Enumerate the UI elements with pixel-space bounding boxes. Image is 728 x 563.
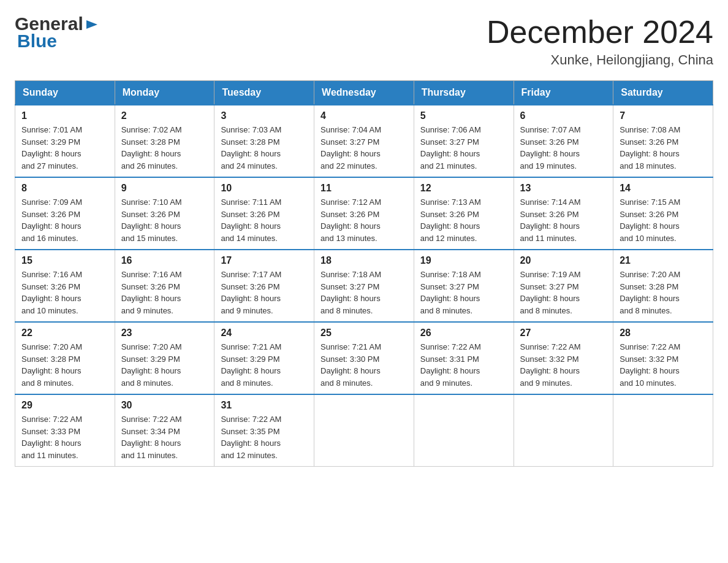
day-info: Sunrise: 7:22 AMSunset: 3:31 PMDaylight:…: [420, 342, 481, 388]
calendar-cell: 7 Sunrise: 7:08 AMSunset: 3:26 PMDayligh…: [613, 105, 713, 177]
day-number: 3: [221, 110, 308, 121]
calendar-cell: 2 Sunrise: 7:02 AMSunset: 3:28 PMDayligh…: [115, 105, 214, 177]
title-section: December 2024 Xunke, Heilongjiang, China: [487, 15, 713, 68]
day-info: Sunrise: 7:04 AMSunset: 3:27 PMDaylight:…: [320, 125, 381, 170]
day-info: Sunrise: 7:02 AMSunset: 3:28 PMDaylight:…: [121, 125, 182, 170]
col-thursday: Thursday: [414, 81, 514, 105]
day-info: Sunrise: 7:22 AMSunset: 3:32 PMDaylight:…: [620, 342, 680, 388]
logo: General Blue: [15, 15, 99, 52]
calendar-cell: 12 Sunrise: 7:13 AMSunset: 3:26 PMDaylig…: [414, 177, 514, 250]
calendar-cell: 3 Sunrise: 7:03 AMSunset: 3:28 PMDayligh…: [214, 105, 314, 177]
day-number: 18: [320, 255, 408, 266]
calendar-table: Sunday Monday Tuesday Wednesday Thursday…: [15, 80, 713, 467]
calendar-cell: 18 Sunrise: 7:18 AMSunset: 3:27 PMDaylig…: [314, 250, 414, 322]
calendar-cell: 25 Sunrise: 7:21 AMSunset: 3:30 PMDaylig…: [314, 322, 414, 394]
day-info: Sunrise: 7:18 AMSunset: 3:27 PMDaylight:…: [420, 270, 481, 315]
week-row-4: 22 Sunrise: 7:20 AMSunset: 3:28 PMDaylig…: [15, 322, 713, 394]
calendar-cell: 6 Sunrise: 7:07 AMSunset: 3:26 PMDayligh…: [514, 105, 613, 177]
day-info: Sunrise: 7:15 AMSunset: 3:26 PMDaylight:…: [620, 197, 680, 243]
day-number: 15: [21, 255, 108, 266]
calendar-cell: 16 Sunrise: 7:16 AMSunset: 3:26 PMDaylig…: [115, 250, 214, 322]
day-info: Sunrise: 7:20 AMSunset: 3:28 PMDaylight:…: [620, 270, 680, 315]
logo-blue: Blue: [17, 31, 57, 51]
day-info: Sunrise: 7:07 AMSunset: 3:26 PMDaylight:…: [520, 125, 581, 170]
day-number: 5: [420, 110, 507, 121]
day-info: Sunrise: 7:20 AMSunset: 3:29 PMDaylight:…: [121, 342, 182, 388]
day-info: Sunrise: 7:14 AMSunset: 3:26 PMDaylight:…: [520, 197, 581, 243]
col-friday: Friday: [514, 81, 613, 105]
day-number: 27: [520, 327, 607, 339]
day-info: Sunrise: 7:03 AMSunset: 3:28 PMDaylight:…: [221, 125, 281, 170]
day-number: 13: [520, 183, 607, 194]
col-sunday: Sunday: [15, 81, 115, 105]
day-number: 21: [620, 255, 707, 266]
calendar-cell: 22 Sunrise: 7:20 AMSunset: 3:28 PMDaylig…: [15, 322, 115, 394]
page-header: General Blue December 2024 Xunke, Heilon…: [15, 15, 713, 68]
day-info: Sunrise: 7:22 AMSunset: 3:35 PMDaylight:…: [221, 415, 281, 460]
col-monday: Monday: [115, 81, 214, 105]
day-number: 4: [320, 110, 408, 121]
day-number: 24: [221, 327, 308, 339]
svg-marker-0: [86, 20, 97, 29]
calendar-cell: 17 Sunrise: 7:17 AMSunset: 3:26 PMDaylig…: [214, 250, 314, 322]
day-info: Sunrise: 7:11 AMSunset: 3:26 PMDaylight:…: [221, 197, 281, 243]
col-saturday: Saturday: [613, 81, 713, 105]
day-info: Sunrise: 7:09 AMSunset: 3:26 PMDaylight:…: [21, 197, 82, 243]
day-number: 28: [620, 327, 707, 339]
week-row-5: 29 Sunrise: 7:22 AMSunset: 3:33 PMDaylig…: [15, 394, 713, 467]
day-info: Sunrise: 7:16 AMSunset: 3:26 PMDaylight:…: [121, 270, 182, 315]
day-number: 31: [221, 400, 308, 411]
week-row-1: 1 Sunrise: 7:01 AMSunset: 3:29 PMDayligh…: [15, 105, 713, 177]
day-info: Sunrise: 7:13 AMSunset: 3:26 PMDaylight:…: [420, 197, 481, 243]
day-number: 14: [620, 183, 707, 194]
day-info: Sunrise: 7:21 AMSunset: 3:29 PMDaylight:…: [221, 342, 281, 388]
day-number: 23: [121, 327, 208, 339]
calendar-cell: [414, 394, 514, 467]
calendar-cell: 13 Sunrise: 7:14 AMSunset: 3:26 PMDaylig…: [514, 177, 613, 250]
col-wednesday: Wednesday: [314, 81, 414, 105]
day-number: 29: [21, 400, 108, 411]
day-number: 11: [320, 183, 408, 194]
day-info: Sunrise: 7:22 AMSunset: 3:33 PMDaylight:…: [21, 415, 82, 460]
day-number: 9: [121, 183, 208, 194]
calendar-cell: 14 Sunrise: 7:15 AMSunset: 3:26 PMDaylig…: [613, 177, 713, 250]
calendar-cell: 10 Sunrise: 7:11 AMSunset: 3:26 PMDaylig…: [214, 177, 314, 250]
month-title: December 2024: [487, 15, 713, 50]
day-info: Sunrise: 7:12 AMSunset: 3:26 PMDaylight:…: [320, 197, 381, 243]
logo-triangle-icon: [85, 18, 99, 31]
day-number: 22: [21, 327, 108, 339]
day-number: 16: [121, 255, 208, 266]
day-info: Sunrise: 7:22 AMSunset: 3:32 PMDaylight:…: [520, 342, 581, 388]
day-number: 26: [420, 327, 507, 339]
calendar-cell: 1 Sunrise: 7:01 AMSunset: 3:29 PMDayligh…: [15, 105, 115, 177]
calendar-cell: 21 Sunrise: 7:20 AMSunset: 3:28 PMDaylig…: [613, 250, 713, 322]
day-info: Sunrise: 7:01 AMSunset: 3:29 PMDaylight:…: [21, 125, 82, 170]
day-number: 17: [221, 255, 308, 266]
day-info: Sunrise: 7:21 AMSunset: 3:30 PMDaylight:…: [320, 342, 381, 388]
day-info: Sunrise: 7:16 AMSunset: 3:26 PMDaylight:…: [21, 270, 82, 315]
calendar-cell: 23 Sunrise: 7:20 AMSunset: 3:29 PMDaylig…: [115, 322, 214, 394]
day-number: 2: [121, 110, 208, 121]
day-info: Sunrise: 7:08 AMSunset: 3:26 PMDaylight:…: [620, 125, 680, 170]
calendar-header-row: Sunday Monday Tuesday Wednesday Thursday…: [15, 81, 713, 105]
day-number: 1: [21, 110, 108, 121]
calendar-cell: 31 Sunrise: 7:22 AMSunset: 3:35 PMDaylig…: [214, 394, 314, 467]
day-number: 7: [620, 110, 707, 121]
col-tuesday: Tuesday: [214, 81, 314, 105]
day-number: 25: [320, 327, 408, 339]
calendar-cell: 27 Sunrise: 7:22 AMSunset: 3:32 PMDaylig…: [514, 322, 613, 394]
calendar-cell: 30 Sunrise: 7:22 AMSunset: 3:34 PMDaylig…: [115, 394, 214, 467]
week-row-3: 15 Sunrise: 7:16 AMSunset: 3:26 PMDaylig…: [15, 250, 713, 322]
day-info: Sunrise: 7:06 AMSunset: 3:27 PMDaylight:…: [420, 125, 481, 170]
calendar-cell: 19 Sunrise: 7:18 AMSunset: 3:27 PMDaylig…: [414, 250, 514, 322]
calendar-cell: 11 Sunrise: 7:12 AMSunset: 3:26 PMDaylig…: [314, 177, 414, 250]
calendar-cell: 26 Sunrise: 7:22 AMSunset: 3:31 PMDaylig…: [414, 322, 514, 394]
day-number: 30: [121, 400, 208, 411]
calendar-cell: 9 Sunrise: 7:10 AMSunset: 3:26 PMDayligh…: [115, 177, 214, 250]
day-number: 10: [221, 183, 308, 194]
calendar-cell: 8 Sunrise: 7:09 AMSunset: 3:26 PMDayligh…: [15, 177, 115, 250]
week-row-2: 8 Sunrise: 7:09 AMSunset: 3:26 PMDayligh…: [15, 177, 713, 250]
calendar-cell: [613, 394, 713, 467]
calendar-cell: 4 Sunrise: 7:04 AMSunset: 3:27 PMDayligh…: [314, 105, 414, 177]
calendar-cell: 20 Sunrise: 7:19 AMSunset: 3:27 PMDaylig…: [514, 250, 613, 322]
